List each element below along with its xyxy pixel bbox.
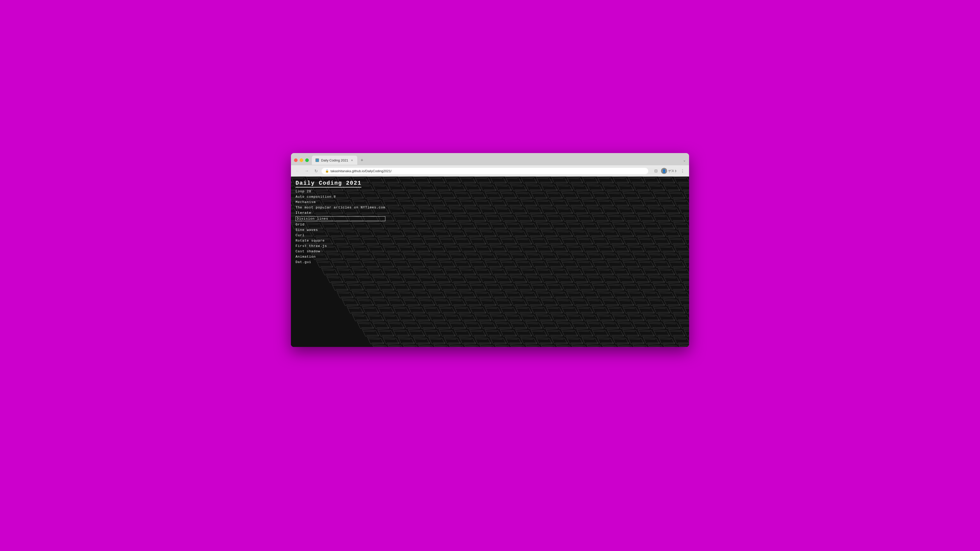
maximize-traffic-light[interactable] (305, 159, 309, 162)
minimize-traffic-light[interactable] (300, 159, 303, 162)
traffic-lights (294, 159, 309, 162)
new-tab-button[interactable]: + (358, 157, 366, 164)
page-link[interactable]: Curl (296, 233, 385, 237)
page-link[interactable]: Mechanism (296, 200, 385, 204)
address-bar: ← → ↻ 🔒 takashitanaka.github.io/DailyCod… (291, 165, 689, 176)
window-button[interactable]: ⊡ (652, 167, 659, 175)
page-title: Daily Coding 2021 (296, 180, 361, 187)
page-link[interactable]: Animation (296, 255, 385, 259)
browser-actions: ⊡ 👤 ゲスト ⋮ (652, 167, 686, 175)
tab-bar: 🌐 Daily Coding 2021 ✕ + ⌄ (291, 153, 689, 165)
browser-window: 🌐 Daily Coding 2021 ✕ + ⌄ ← → ↻ 🔒 takash… (291, 153, 689, 347)
page-content: Daily Coding 2021 Loop 28Auto compositio… (291, 176, 689, 347)
desktop: 🌐 Daily Coding 2021 ✕ + ⌄ ← → ↻ 🔒 takash… (0, 0, 980, 551)
page-link[interactable]: Grid (296, 223, 385, 227)
url-bar[interactable]: 🔒 takashitanaka.github.io/DailyCoding202… (321, 168, 648, 174)
page-link[interactable]: Rotate square (296, 239, 385, 243)
tab-title: Daily Coding 2021 (321, 159, 348, 162)
menu-button[interactable]: ⋮ (679, 167, 686, 175)
page-link[interactable]: First three.js (296, 244, 385, 248)
browser-chrome: 🌐 Daily Coding 2021 ✕ + ⌄ ← → ↻ 🔒 takash… (291, 153, 689, 176)
profile-button[interactable]: 👤 ゲスト (661, 168, 677, 174)
page-link[interactable]: Iterate (296, 211, 385, 215)
page-link[interactable]: Auto composition 8 (296, 195, 385, 199)
page-link[interactable]: Loop 28 (296, 189, 385, 193)
tab-favicon-icon: 🌐 (315, 159, 319, 162)
url-text: takashitanaka.github.io/DailyCoding2021/ (331, 169, 391, 173)
active-tab[interactable]: 🌐 Daily Coding 2021 ✕ (312, 156, 357, 165)
page-link[interactable]: Cast shadow (296, 249, 385, 253)
tab-dropdown-button[interactable]: ⌄ (683, 158, 686, 162)
reload-button[interactable]: ↻ (312, 167, 320, 175)
forward-button[interactable]: → (303, 167, 310, 175)
close-traffic-light[interactable] (294, 159, 298, 162)
back-button[interactable]: ← (294, 167, 301, 175)
page-links: Loop 28Auto composition 8MechanismThe mo… (296, 189, 385, 264)
profile-label: ゲスト (668, 169, 677, 173)
page-link[interactable]: The most popular articles on NYTimes.com (296, 206, 385, 210)
page-link[interactable]: Dat.gui (296, 260, 385, 264)
profile-avatar: 👤 (661, 168, 667, 174)
lock-icon: 🔒 (325, 169, 329, 173)
tab-close-button[interactable]: ✕ (350, 159, 354, 162)
page-text-content: Daily Coding 2021 Loop 28Auto compositio… (291, 176, 390, 268)
page-link[interactable]: Division lines (296, 216, 385, 221)
page-link[interactable]: Sine waves (296, 228, 385, 232)
